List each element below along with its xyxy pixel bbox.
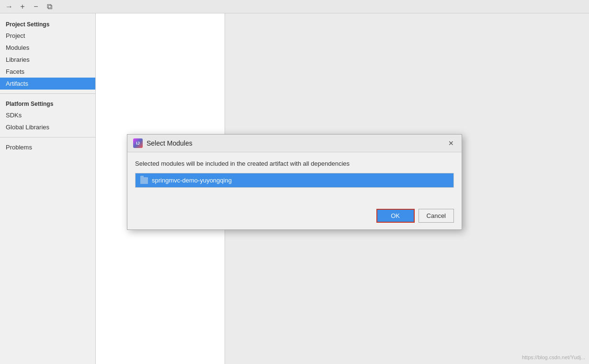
- module-name: springmvc-demo-yuyongqing: [152, 177, 232, 184]
- dialog-titlebar: IJ Select Modules ✕: [127, 135, 462, 152]
- ok-button[interactable]: OK: [376, 209, 415, 223]
- intellij-icon: IJ: [133, 138, 143, 148]
- dialog-close-button[interactable]: ✕: [446, 138, 456, 148]
- cancel-button[interactable]: Cancel: [419, 209, 454, 223]
- right-content-panel: IJ Select Modules ✕ Selected modules wil…: [225, 13, 589, 364]
- module-list-item[interactable]: springmvc-demo-yuyongqing: [136, 173, 453, 187]
- main-area: Project Settings Project Modules Librari…: [0, 13, 589, 364]
- dialog-overlay: IJ Select Modules ✕ Selected modules wil…: [96, 13, 589, 364]
- dialog-title-text: Select Modules: [147, 139, 193, 147]
- dialog-description: Selected modules will be included in the…: [135, 160, 454, 167]
- content-panels: Nothing to show IJ Select Modules ✕: [96, 13, 589, 364]
- dialog-footer: OK Cancel: [127, 204, 462, 229]
- module-list: springmvc-demo-yuyongqing: [135, 173, 454, 188]
- dialog-title-left: IJ Select Modules: [133, 138, 193, 148]
- select-modules-dialog: IJ Select Modules ✕ Selected modules wil…: [127, 134, 462, 230]
- folder-icon: [140, 177, 148, 184]
- dialog-body: Selected modules will be included in the…: [127, 152, 462, 204]
